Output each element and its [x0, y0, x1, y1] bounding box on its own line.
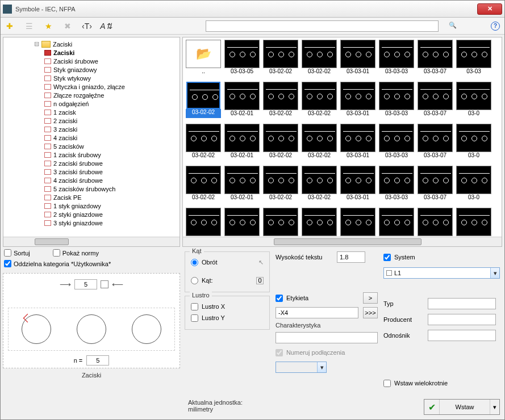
system-select[interactable]: L1 ▾ — [383, 267, 500, 279]
label-step-one[interactable]: > — [363, 292, 378, 304]
tree-item[interactable]: 2 zaciski — [5, 116, 178, 125]
mirror-x-checkbox[interactable]: Lustro X — [191, 301, 264, 312]
label-input[interactable] — [276, 307, 358, 318]
thumb-symbol[interactable]: 03-02-01 — [224, 124, 260, 163]
thumb-symbol[interactable]: 03-02-01 — [224, 166, 260, 205]
tree-item[interactable]: Zaciski — [5, 48, 178, 57]
thumb-symbol[interactable]: 03-02-02 — [185, 124, 222, 163]
thumb-symbol[interactable]: 03-0 — [456, 124, 492, 163]
tree-item[interactable]: 5 zacisków — [5, 142, 178, 150]
thumb-symbol[interactable]: 03-02-01 — [224, 82, 260, 121]
tree-folder[interactable]: ⊟Zaciski — [5, 40, 178, 48]
reference-input[interactable] — [428, 330, 496, 341]
thumb-symbol[interactable]: 03-02-02 — [301, 40, 337, 79]
search-input[interactable] — [206, 20, 439, 32]
label-checkbox[interactable]: Etykieta > — [276, 292, 378, 304]
thumb-symbol[interactable]: 03-03-03 — [378, 166, 415, 205]
thumb-symbol[interactable]: 03-03-07 — [417, 82, 453, 121]
thumb-symbol[interactable]: 03-0 — [456, 82, 492, 121]
thumb-symbol[interactable]: 03-0 — [456, 166, 492, 205]
category-tree[interactable]: ⊟ZaciskiZaciskiZaciski śruboweStyk gniaz… — [3, 37, 180, 229]
tree-item[interactable]: 5 zacisków śrubowych — [5, 184, 178, 193]
characteristic-input[interactable] — [276, 332, 378, 343]
tree-item[interactable]: Styk wtykowy — [5, 74, 178, 82]
tree-item[interactable]: 1 zacisk śrubowy — [5, 150, 178, 159]
properties-icon[interactable]: ☰ — [24, 22, 34, 31]
thumb-symbol[interactable]: 03-03-01 — [340, 166, 376, 205]
tree-item[interactable]: Zacisk PE — [5, 193, 178, 201]
preview-terminal — [132, 314, 161, 344]
thumb-symbol[interactable]: 03-03-07 — [417, 166, 453, 205]
add-icon[interactable]: ✚ — [5, 22, 14, 31]
symbol-grid[interactable]: 📂..03-03-0503-02-0203-02-0203-03-0103-03… — [185, 40, 499, 247]
tree-item[interactable]: n odgałęzień — [5, 99, 178, 108]
tree-item[interactable]: 1 styk gniazdowy — [5, 201, 178, 210]
thumb-symbol[interactable]: 03-03-03 — [378, 124, 415, 163]
thumb-symbol[interactable]: 03-02-02 — [301, 124, 337, 163]
system-label: System — [394, 254, 415, 261]
thumb-symbol[interactable]: 03-03 — [456, 40, 492, 79]
n-input[interactable] — [86, 355, 109, 366]
font-tool-icon[interactable]: A⇅ — [102, 22, 111, 31]
text-height-label: Wysokość tekstu — [276, 254, 332, 261]
thumb-symbol[interactable]: 03-02-02 — [262, 40, 299, 79]
text-tool-icon[interactable]: ‹T› — [82, 22, 91, 31]
tree-item[interactable]: 3 zaciski śrubowe — [5, 167, 178, 176]
tree-item[interactable]: 3 styki gniazdowe — [5, 219, 178, 227]
thumb-up[interactable]: 📂.. — [185, 40, 222, 79]
thumb-symbol[interactable]: 03-02-02 — [185, 82, 222, 121]
mirror-y-checkbox[interactable]: Lustro Y — [191, 312, 264, 324]
grid-hscroll[interactable] — [183, 237, 502, 246]
type-input[interactable] — [428, 298, 496, 309]
thumb-symbol[interactable]: 03-03-07 — [417, 124, 453, 163]
text-height-input[interactable] — [337, 251, 365, 263]
spacing-input[interactable] — [74, 279, 97, 289]
thumb-symbol[interactable]: 03-02-02 — [262, 82, 299, 121]
thumb-symbol[interactable]: 03-03-01 — [340, 40, 376, 79]
tree-item[interactable]: 1 zacisk — [5, 108, 178, 116]
tree-item[interactable]: 4 zaciski śrubowe — [5, 176, 178, 184]
tree-item[interactable]: 2 zaciski śrubowe — [5, 159, 178, 167]
thumb-symbol[interactable]: 03-03-01 — [340, 124, 376, 163]
angle-radio[interactable]: Kąt: — [191, 275, 264, 286]
tree-item[interactable]: Styk gniazdowy — [5, 65, 178, 74]
system-checkbox[interactable]: System — [383, 251, 500, 263]
thumb-symbol[interactable]: 03-02-02 — [262, 166, 299, 205]
multi-insert-checkbox[interactable]: Wstaw wielokrotnie — [383, 377, 500, 389]
delete-icon[interactable]: ✖ — [63, 22, 72, 31]
tree-item[interactable]: 2 styki gniazdowe — [5, 210, 178, 219]
label-step-more[interactable]: >>> — [363, 307, 378, 318]
tree-hscroll[interactable] — [3, 237, 180, 246]
thumb-symbol[interactable]: 03-03-03 — [378, 40, 415, 79]
chevron-down-icon[interactable]: ▾ — [490, 404, 499, 411]
tree-item[interactable]: 4 zaciski — [5, 133, 178, 142]
favorite-icon[interactable]: ★ — [44, 22, 53, 31]
pick-point-icon[interactable] — [101, 280, 108, 288]
tree-item[interactable]: Złącze rozgałęźne — [5, 91, 178, 99]
thumb-symbol[interactable]: 03-02-02 — [301, 166, 337, 205]
angle-input[interactable] — [256, 277, 264, 284]
insert-button[interactable]: ✔ Wstaw ▾ — [424, 399, 500, 415]
thumb-symbol[interactable]: 03-03-01 — [340, 82, 376, 121]
thumb-symbol[interactable]: 03-02-02 — [301, 82, 337, 121]
separate-category-checkbox[interactable]: Oddzielna kategoria *Użytkownika* — [4, 260, 179, 267]
sort-checkbox[interactable]: Sortuj — [4, 249, 30, 257]
thumb-symbol[interactable]: 03-02-02 — [262, 124, 299, 163]
rotate-radio[interactable]: Obrót ↖ — [191, 257, 264, 268]
show-standards-checkbox[interactable]: Pokaż normy — [53, 249, 99, 257]
tree-item[interactable]: 3 zaciski — [5, 125, 178, 133]
separate-category-label: Oddzielna kategoria *Użytkownika* — [14, 261, 111, 267]
preview-terminal — [22, 314, 51, 344]
thumb-symbol[interactable]: 03-03-03 — [378, 82, 415, 121]
thumb-symbol[interactable]: 03-02-02 — [185, 166, 222, 205]
thumb-symbol[interactable]: 03-03-05 — [224, 40, 260, 79]
tree-item[interactable]: Zaciski śrubowe — [5, 57, 178, 65]
thumb-symbol[interactable]: 03-03-07 — [417, 40, 453, 79]
producer-input[interactable] — [428, 314, 496, 325]
angle-group: Kąt Obrót ↖ Kąt: — [185, 251, 270, 292]
close-button[interactable]: ✕ — [477, 3, 502, 15]
help-icon[interactable]: ? — [491, 22, 500, 31]
search-icon[interactable]: 🔍 — [449, 22, 458, 31]
reference-label: Odnośnik — [383, 332, 423, 339]
tree-item[interactable]: Wtyczka i gniazdo, złącze — [5, 82, 178, 91]
